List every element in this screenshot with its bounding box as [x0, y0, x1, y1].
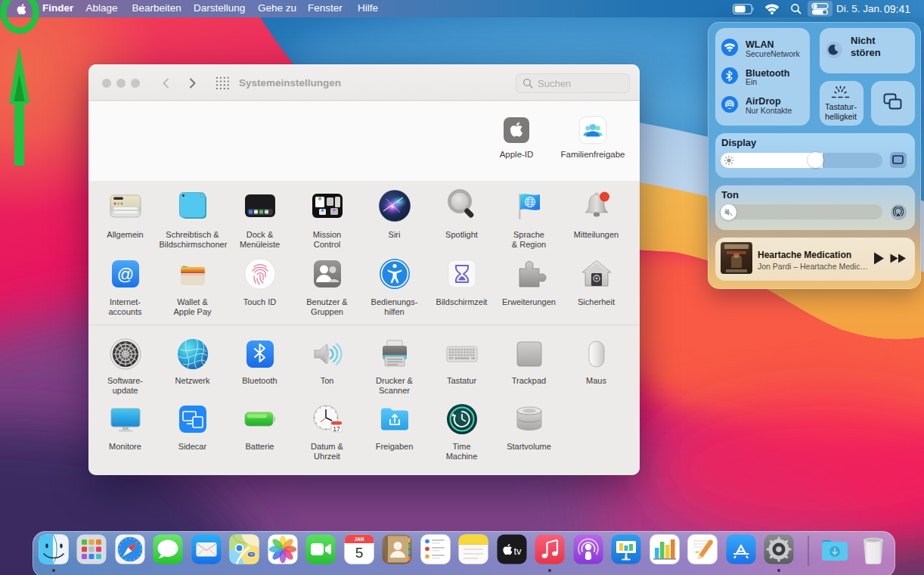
svg-text:17: 17 — [333, 425, 340, 433]
svg-text:JAN: JAN — [354, 536, 364, 542]
svg-text:@: @ — [116, 265, 133, 284]
svg-text:tv: tv — [513, 545, 522, 557]
svg-text:5: 5 — [355, 545, 363, 561]
svg-text:280: 280 — [250, 553, 254, 556]
svg-text:“: “ — [695, 549, 699, 558]
